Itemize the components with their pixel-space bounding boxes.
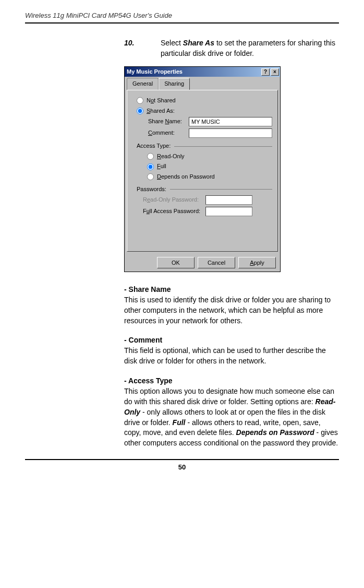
ro-password-row: Read-Only Password:	[143, 195, 272, 205]
not-shared-row: Not Shared	[132, 97, 272, 105]
page-number: 50	[25, 459, 339, 471]
at-full: Full	[173, 418, 186, 427]
tab-body: Not Shared Shared As: Share Name: Commen…	[127, 90, 278, 252]
full-password-row: Full Access Password:	[143, 207, 272, 216]
full-label: Full	[157, 162, 166, 171]
depends-row: Depends on Password	[143, 173, 272, 181]
share-name-input[interactable]	[189, 117, 272, 126]
ro-password-input	[205, 195, 252, 205]
dialog-buttonbar: OK Cancel Apply	[125, 254, 280, 272]
at-depends: Depends on Password	[236, 428, 314, 437]
section-access-type: - Access Type This option allows you to …	[124, 376, 339, 449]
depends-label: Depends on Password	[157, 173, 215, 181]
share-name-label: Share Name:	[148, 117, 189, 126]
shared-as-radio[interactable]	[137, 108, 143, 114]
comment-body: This field is optional, which can be use…	[124, 346, 339, 367]
not-shared-radio[interactable]	[137, 97, 143, 104]
step-number: 10.	[124, 38, 161, 59]
section-comment: - Comment This field is optional, which …	[124, 335, 339, 367]
at-pre: This option allows you to designate how …	[124, 387, 334, 406]
dialog-title: My Music Properties	[127, 68, 183, 76]
step-command: Share As	[183, 39, 214, 47]
comment-input[interactable]	[189, 128, 272, 138]
full-radio[interactable]	[147, 163, 154, 170]
access-type-label: Access Type:	[137, 142, 272, 150]
titlebar: My Music Properties ? ×	[125, 67, 280, 77]
step-10: 10. Select Share As to set the parameter…	[124, 38, 339, 59]
read-only-row: Read-Only	[143, 152, 272, 161]
tab-strip: General Sharing	[125, 77, 280, 90]
comment-label: Comment:	[148, 129, 189, 137]
comment-heading: - Comment	[124, 335, 339, 346]
section-share-name: - Share Name This is used to identify th…	[124, 285, 339, 326]
not-shared-label: Not Shared	[147, 97, 176, 105]
tab-sharing[interactable]: Sharing	[159, 78, 190, 90]
help-button[interactable]: ?	[261, 68, 270, 76]
full-password-input[interactable]	[205, 207, 252, 216]
tab-general[interactable]: General	[127, 78, 159, 90]
access-type-heading: - Access Type	[124, 376, 339, 386]
access-type-body: This option allows you to designate how …	[124, 386, 339, 449]
comment-row: Comment:	[148, 128, 272, 138]
read-only-label: Read-Only	[157, 152, 185, 161]
cancel-button[interactable]: Cancel	[198, 257, 235, 268]
share-name-body: This is used to identify the disk drive …	[124, 295, 339, 326]
shared-as-row: Shared As:	[132, 107, 272, 115]
full-password-label: Full Access Password:	[143, 207, 205, 216]
close-button[interactable]: ×	[271, 68, 279, 76]
page-header: Wireless 11g MiniPCI Card MP54G User's G…	[25, 11, 339, 23]
share-name-row: Share Name:	[148, 117, 272, 126]
apply-button[interactable]: Apply	[238, 257, 276, 268]
full-row: Full	[143, 162, 272, 171]
passwords-label: Passwords:	[137, 185, 272, 194]
ok-button[interactable]: OK	[157, 257, 195, 268]
shared-as-label: Shared As:	[147, 107, 175, 115]
read-only-radio[interactable]	[147, 153, 154, 160]
step-text: Select Share As to set the parameters fo…	[161, 38, 339, 59]
properties-dialog: My Music Properties ? × General Sharing …	[124, 66, 281, 272]
share-name-heading: - Share Name	[124, 285, 339, 295]
depends-radio[interactable]	[147, 173, 154, 180]
ro-password-label: Read-Only Password:	[143, 196, 205, 204]
step-prefix: Select	[161, 39, 183, 47]
